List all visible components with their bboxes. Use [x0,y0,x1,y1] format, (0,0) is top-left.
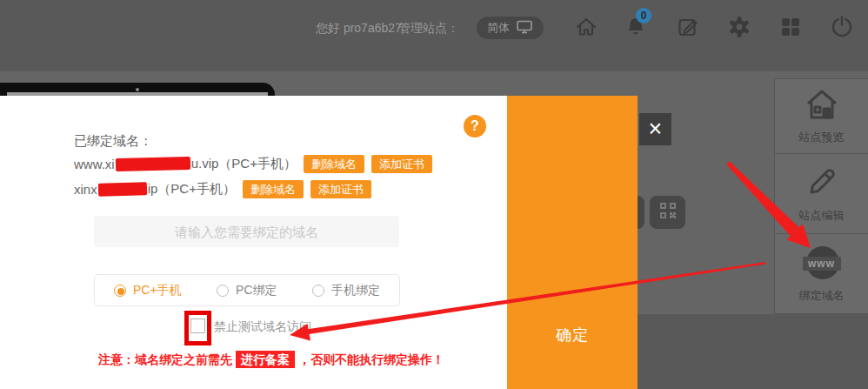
sidebar-item-bind-domain[interactable]: www 绑定域名 [774,234,868,314]
background-lower-band [638,314,868,389]
edit-icon[interactable] [676,15,700,39]
add-certificate-button[interactable]: 添加证书 [310,180,371,198]
language-switch-button[interactable]: 简体 [477,17,544,39]
note-text-after: ，否则不能执行绑定操作！ [298,352,444,366]
bound-domain-row: xinxip（PC+手机） 删除域名 添加证书 [74,180,371,198]
domain-input[interactable] [94,216,399,247]
radio-pc-bind[interactable]: PC绑定 [217,283,277,298]
qr-code-icon [659,202,677,223]
domain-text-suffix: ip（PC+手机） [148,181,236,198]
confirm-button[interactable]: 确定 [507,96,638,389]
right-sidebar: 站点预览 站点编辑 www 绑定域名 [774,78,868,314]
radio-circle-icon [312,285,324,297]
close-modal-button[interactable]: × [639,113,671,145]
www-globe-icon: www [803,245,841,283]
domain-text-prefix: www.xi [74,157,115,171]
user-greeting: 您好 pro7a6b27 [316,21,402,37]
page: 您好 pro7a6b27 管理站点： 简体 0 [0,0,868,389]
qr-code-button[interactable] [650,196,685,229]
radio-circle-icon [114,285,126,297]
delete-domain-button[interactable]: 删除域名 [243,180,304,198]
sidebar-item-site-preview[interactable]: 站点预览 [774,78,868,154]
pencil-icon [805,164,839,203]
home-icon[interactable] [574,15,598,39]
sidebar-item-label: 站点预览 [799,130,845,145]
radio-label: PC+手机 [133,283,182,298]
radio-label: PC绑定 [236,283,277,298]
help-icon[interactable]: ? [464,115,486,137]
icp-filing-note: 注意：域名绑定之前需先进行备案，否则不能执行绑定操作！ [98,352,444,368]
house-icon [805,88,839,124]
bound-domain-row: www.xiu.vip（PC+手机） 删除域名 添加证书 [74,155,432,173]
add-certificate-button[interactable]: 添加证书 [371,155,432,173]
monitor-icon [516,19,533,37]
radio-label: 手机绑定 [331,283,380,298]
confirm-label: 确定 [507,325,638,345]
top-navigation-bar: 您好 pro7a6b27 管理站点： 简体 0 [0,0,868,71]
manage-site-label: 管理站点： [398,21,459,37]
bound-domains-label: 已绑定域名： [74,133,152,150]
bind-mode-radio-group: PC+手机 PC绑定 手机绑定 [94,274,400,306]
settings-gear-icon[interactable] [727,15,751,39]
sidebar-item-label: 站点编辑 [799,208,845,224]
www-label: www [803,257,841,271]
sidebar-item-site-edit[interactable]: 站点编辑 [774,154,868,234]
note-text-before: 注意：域名绑定之前需先 [98,352,232,366]
forbid-test-domain-label: 禁止测试域名访问 [214,319,311,335]
radio-circle-icon [217,285,229,297]
power-logout-icon[interactable] [830,15,854,39]
tablet-camera-dot [136,88,139,91]
radio-mobile-bind[interactable]: 手机绑定 [312,283,380,298]
language-label: 简体 [487,20,510,36]
apps-grid-icon[interactable] [778,15,803,39]
forbid-test-domain-checkbox[interactable] [190,319,205,333]
sidebar-item-label: 绑定域名 [799,288,845,304]
icp-filing-link[interactable]: 进行备案 [236,351,295,368]
redaction-scribble [115,157,190,171]
close-icon: × [649,117,663,141]
domain-text-suffix: u.vip（PC+手机） [191,156,297,172]
notification-count-badge: 0 [636,8,651,23]
delete-domain-button[interactable]: 删除域名 [304,155,364,173]
redaction-scribble [98,182,147,196]
radio-pc-and-mobile[interactable]: PC+手机 [114,283,182,298]
domain-text-prefix: xinx [74,182,97,197]
